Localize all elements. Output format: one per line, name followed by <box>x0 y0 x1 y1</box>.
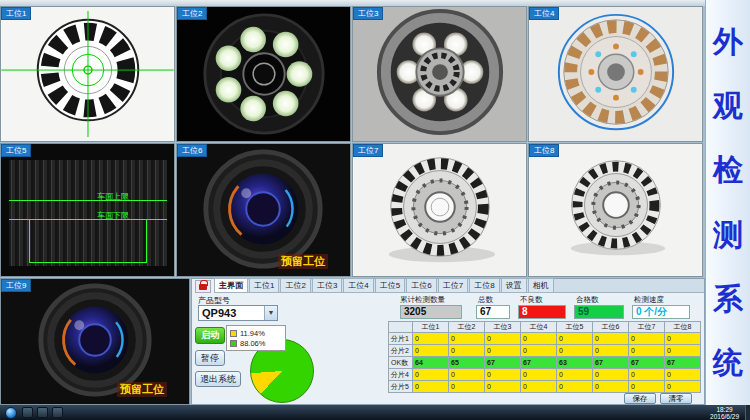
camera-view-6[interactable]: 工位6 预留工位 <box>176 143 351 277</box>
tab-station-4[interactable]: 工位4 <box>343 278 373 292</box>
tab-station-2[interactable]: 工位2 <box>280 278 310 292</box>
col-header: 工位1 <box>413 322 449 333</box>
ng-count-value: 8 <box>518 305 566 319</box>
tab-camera[interactable]: 相机 <box>528 278 554 292</box>
count-value: 67 <box>476 305 510 319</box>
gear-part-icon <box>529 144 702 276</box>
camera-label: 工位2 <box>177 7 207 20</box>
title-char: 观 <box>713 91 743 121</box>
total-inspected-label: 累计检测数量 <box>400 295 445 305</box>
ok-count-value: 59 <box>574 305 624 319</box>
table-row: 分片2 0 0 0 0 0 0 0 0 <box>389 345 701 357</box>
camera-view-7[interactable]: 工位7 <box>352 143 527 277</box>
table-row: 分片5 0 0 0 0 0 0 0 0 <box>389 381 701 393</box>
lock-icon <box>199 284 207 290</box>
clock-date: 2016/6/29 <box>710 413 739 420</box>
title-char: 统 <box>713 348 743 378</box>
taskbar: 18:29 2016/6/29 <box>0 405 750 420</box>
ng-percent: 11.94% <box>240 329 265 338</box>
ok-swatch-icon <box>230 340 237 347</box>
col-header: 工位8 <box>665 322 701 333</box>
camera-view-3[interactable]: 工位3 <box>352 6 527 142</box>
app-screen: 工位1 工位2 <box>0 0 750 420</box>
tab-station-3[interactable]: 工位3 <box>312 278 342 292</box>
total-inspected-value: 3205 <box>400 305 462 319</box>
tab-station-5[interactable]: 工位5 <box>375 278 405 292</box>
show-desktop-button[interactable] <box>745 405 750 420</box>
ok-count-label: 合格数 <box>576 295 599 305</box>
col-header: 工位3 <box>485 322 521 333</box>
lock-button[interactable] <box>195 280 211 293</box>
save-button[interactable]: 保存 <box>624 393 656 404</box>
ok-percent: 88.06% <box>240 339 265 348</box>
speed-value: 0 个/分 <box>632 305 690 319</box>
pause-button[interactable]: 暂停 <box>195 350 225 366</box>
exit-system-button[interactable]: 退出系统 <box>195 371 241 387</box>
camera-label: 工位8 <box>529 144 559 157</box>
tab-station-8[interactable]: 工位8 <box>469 278 499 292</box>
camera-view-4[interactable]: 工位4 <box>528 6 703 142</box>
product-model-select[interactable]: QP943 ▼ <box>198 305 278 321</box>
title-char: 外 <box>713 27 743 57</box>
wheel-part-icon <box>1 7 174 141</box>
camera-label: 工位9 <box>1 279 31 292</box>
tab-main[interactable]: 主界面 <box>214 278 248 292</box>
count-label: 总数 <box>478 295 493 305</box>
title-char: 测 <box>713 220 743 250</box>
tab-settings[interactable]: 设置 <box>501 278 527 292</box>
roi-box <box>29 219 147 263</box>
upper-limit-label: 车面上限 <box>97 191 129 202</box>
gear-ring-part-icon <box>529 7 702 141</box>
taskbar-icon[interactable] <box>37 407 48 418</box>
tab-station-1[interactable]: 工位1 <box>249 278 279 292</box>
start-button[interactable]: 启动 <box>195 327 225 344</box>
table-row: 分片1 0 0 0 0 0 0 0 0 <box>389 333 701 345</box>
col-header: 工位2 <box>449 322 485 333</box>
table-row: OK数 64 65 67 67 63 67 67 67 <box>389 357 701 369</box>
panel-tabs: 主界面 工位1 工位2 工位3 工位4 工位5 工位6 工位7 工位8 设置 相… <box>214 279 704 293</box>
camera-label: 工位1 <box>1 7 31 20</box>
ng-swatch-icon <box>230 330 237 337</box>
reserved-station-overlay: 预留工位 <box>117 382 167 397</box>
taskbar-icon[interactable] <box>22 407 33 418</box>
title-char: 检 <box>713 155 743 185</box>
chevron-down-icon[interactable]: ▼ <box>264 306 277 320</box>
camera-label: 工位4 <box>529 7 559 20</box>
table-header-row: 工位1 工位2 工位3 工位4 工位5 工位6 工位7 工位8 <box>389 322 701 333</box>
control-panel: 主界面 工位1 工位2 工位3 工位4 工位5 工位6 工位7 工位8 设置 相… <box>191 278 705 405</box>
ng-count-label: 不良数 <box>520 295 543 305</box>
col-header: 工位6 <box>593 322 629 333</box>
reserved-station-overlay: 预留工位 <box>278 254 328 269</box>
app-title-banner: 外 观 检 测 系 统 <box>705 0 750 405</box>
hub-led-part-icon <box>177 7 350 141</box>
camera-view-8[interactable]: 工位8 <box>528 143 703 277</box>
gear-led-part-icon <box>353 7 526 141</box>
camera-label: 工位5 <box>1 144 31 157</box>
upper-limit-line <box>9 200 167 201</box>
camera-label: 工位7 <box>353 144 383 157</box>
tab-station-7[interactable]: 工位7 <box>438 278 468 292</box>
camera-view-1[interactable]: 工位1 <box>0 6 175 142</box>
col-header: 工位7 <box>629 322 665 333</box>
taskbar-icon[interactable] <box>52 407 63 418</box>
reset-button[interactable]: 清零 <box>660 393 692 404</box>
gear-part-icon <box>353 144 526 276</box>
pie-legend: 11.94% 88.06% <box>226 325 286 351</box>
camera-view-9[interactable]: 工位9 预留工位 <box>0 278 190 405</box>
system-tray: 18:29 2016/6/29 <box>704 405 750 420</box>
col-header: 工位4 <box>521 322 557 333</box>
start-button-orb[interactable] <box>5 407 17 419</box>
table-row: 分片4 0 0 0 0 0 0 0 0 <box>389 369 701 381</box>
camera-view-5[interactable]: 工位5 车面上限 车面下限 <box>0 143 175 277</box>
clock-time: 18:29 <box>710 406 739 413</box>
station-results-table: 工位1 工位2 工位3 工位4 工位5 工位6 工位7 工位8 分片1 0 0 … <box>388 321 701 393</box>
camera-label: 工位3 <box>353 7 383 20</box>
speed-label: 检测速度 <box>634 295 664 305</box>
tab-station-6[interactable]: 工位6 <box>406 278 436 292</box>
camera-label: 工位6 <box>177 144 207 157</box>
tray-clock[interactable]: 18:29 2016/6/29 <box>704 406 745 420</box>
product-model-value: QP943 <box>199 306 264 320</box>
title-char: 系 <box>713 284 743 314</box>
camera-view-2[interactable]: 工位2 <box>176 6 351 142</box>
col-header: 工位5 <box>557 322 593 333</box>
